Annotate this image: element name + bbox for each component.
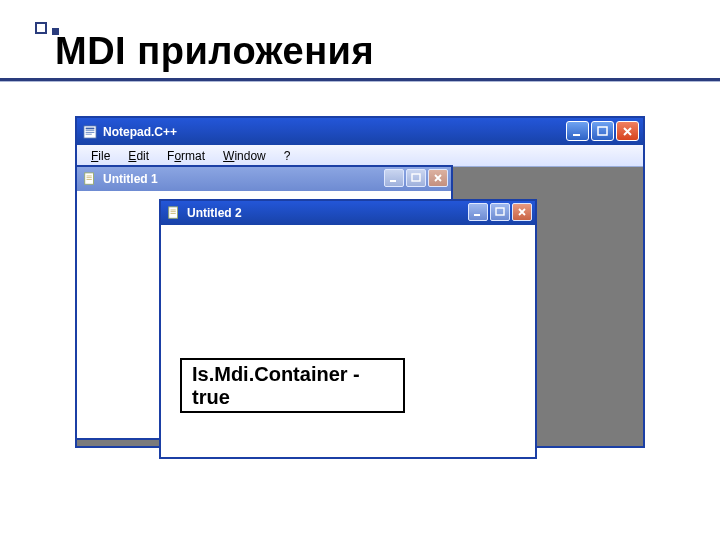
svg-rect-15 bbox=[171, 211, 176, 212]
minimize-button[interactable] bbox=[384, 169, 404, 187]
menubar: File Edit Format Window ? bbox=[77, 145, 643, 167]
doc-icon bbox=[167, 206, 181, 220]
minimize-button[interactable] bbox=[566, 121, 589, 141]
child-window-2[interactable]: Untitled 2 bbox=[159, 199, 537, 459]
child2-buttons bbox=[468, 203, 532, 221]
child1-title: Untitled 1 bbox=[103, 172, 158, 186]
child2-body[interactable] bbox=[161, 225, 535, 457]
title-underline bbox=[0, 78, 720, 81]
slide-title: MDI приложения bbox=[55, 30, 374, 73]
svg-rect-7 bbox=[85, 173, 94, 184]
parent-window-title: Notepad.С++ bbox=[103, 125, 177, 139]
minimize-button[interactable] bbox=[468, 203, 488, 221]
svg-rect-6 bbox=[598, 127, 607, 135]
maximize-button[interactable] bbox=[406, 169, 426, 187]
menu-help[interactable]: ? bbox=[284, 149, 291, 163]
svg-rect-16 bbox=[171, 213, 176, 214]
svg-rect-10 bbox=[87, 179, 92, 180]
svg-rect-13 bbox=[169, 207, 178, 218]
child1-buttons bbox=[384, 169, 448, 187]
parent-titlebar[interactable]: Notepad.С++ bbox=[77, 118, 643, 145]
child2-title: Untitled 2 bbox=[187, 206, 242, 220]
svg-rect-14 bbox=[171, 210, 176, 211]
svg-rect-9 bbox=[87, 177, 92, 178]
parent-window-buttons bbox=[566, 121, 639, 141]
close-button[interactable] bbox=[616, 121, 639, 141]
close-button[interactable] bbox=[512, 203, 532, 221]
svg-rect-17 bbox=[474, 214, 480, 216]
child1-titlebar[interactable]: Untitled 1 bbox=[77, 167, 451, 191]
svg-rect-18 bbox=[496, 208, 504, 215]
callout-text: Is.Mdi.Container - true bbox=[192, 363, 393, 409]
svg-rect-1 bbox=[86, 127, 95, 129]
svg-rect-3 bbox=[86, 132, 95, 133]
menu-edit[interactable]: Edit bbox=[128, 149, 149, 163]
app-icon bbox=[83, 125, 97, 139]
maximize-button[interactable] bbox=[490, 203, 510, 221]
doc-icon bbox=[83, 172, 97, 186]
menu-window[interactable]: Window bbox=[223, 149, 266, 163]
menu-format[interactable]: Format bbox=[167, 149, 205, 163]
child2-titlebar[interactable]: Untitled 2 bbox=[161, 201, 535, 225]
svg-rect-11 bbox=[390, 180, 396, 182]
svg-rect-8 bbox=[87, 176, 92, 177]
callout-box: Is.Mdi.Container - true bbox=[180, 358, 405, 413]
svg-rect-5 bbox=[573, 134, 580, 136]
menu-file[interactable]: File bbox=[91, 149, 110, 163]
svg-rect-4 bbox=[86, 133, 92, 134]
maximize-button[interactable] bbox=[591, 121, 614, 141]
svg-rect-2 bbox=[86, 130, 95, 131]
close-button[interactable] bbox=[428, 169, 448, 187]
svg-rect-12 bbox=[412, 174, 420, 181]
slide-bullet-outer bbox=[35, 22, 47, 34]
